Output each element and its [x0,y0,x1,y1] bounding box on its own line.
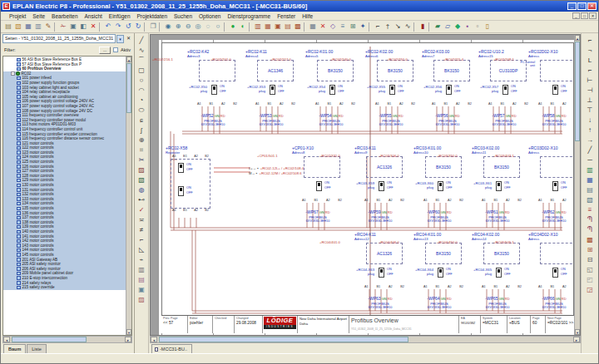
jump-right-icon[interactable]: → [585,135,596,145]
mdi-minimize-button[interactable]: _ [572,12,580,19]
corner-up-left-icon[interactable]: L [585,56,596,66]
cable-navigator-icon[interactable]: ▤ [283,22,293,32]
repeater-block[interactable]: +RC02-X58RepeaterA1B1A2B2ONOFFONOFFA1B1A… [166,146,215,212]
redo-list-icon[interactable]: ↻ [133,22,143,32]
terminal-navigator-icon[interactable]: ▩ [293,22,303,32]
jump-up-icon[interactable]: ↑ [585,125,596,135]
bus-termination-switch[interactable] [329,85,335,95]
bus-termination-switch[interactable] [316,181,322,191]
draw-line-icon[interactable]: ╱ [136,36,147,46]
image-icon[interactable]: ▨ [136,165,147,175]
filter-active-checkbox[interactable] [113,47,118,52]
trim-icon[interactable]: ≠ [136,225,147,235]
interruption-icon[interactable]: ▥ [585,165,596,175]
tab-liste[interactable]: Liste [27,344,47,353]
properties-icon[interactable]: ✎ [43,22,53,32]
black-box-icon[interactable]: ▩ [585,235,596,245]
sep-line-icon[interactable]: ─ [585,155,596,165]
parts-icon[interactable]: ▰ [433,22,443,32]
scroll-left-icon[interactable]: ◄ [151,337,157,342]
refresh-icon[interactable]: ● [228,22,238,32]
canvas-vertical-scrollbar[interactable]: ▲ ▼ [574,35,580,335]
prev-page-value[interactable]: << 57 [163,321,186,326]
snap-icon[interactable]: ◇ [328,22,338,32]
bus-termination-switch[interactable] [552,268,558,278]
insert-symbol-icon[interactable]: ✦ [358,22,368,32]
collapse-icon[interactable]: − [11,71,15,76]
symbol-icon[interactable]: ◍ [136,185,147,195]
pan-icon[interactable]: ○ [213,22,223,32]
bus-termination-switch[interactable] [379,181,384,191]
tree-vertical-scrollbar[interactable]: ▲ ▼ [126,57,131,335]
draw-polyline-icon[interactable]: ∿ [136,46,147,56]
new-page-icon[interactable]: ▤ [3,22,13,32]
hatch-icon[interactable]: ✂ [136,155,147,165]
shield-icon[interactable]: ▧ [585,195,596,205]
tee-left-icon[interactable]: ⊢ [585,76,596,86]
draw-curve-icon[interactable]: ɕ [136,116,147,125]
mdi-restore-button[interactable]: □ [581,12,588,19]
translate-icon[interactable]: ◆ [453,22,463,32]
scroll-right-icon[interactable]: ► [125,337,131,342]
scroll-up-icon[interactable]: ▲ [126,57,131,62]
dimension-icon[interactable]: ⌗ [136,145,147,155]
tree-item[interactable]: 215 safety override [3,285,126,290]
group-icon[interactable]: ▥ [136,265,147,275]
corner-down-left-icon[interactable]: ⌐ [585,36,596,46]
plc-box-icon[interactable]: ⊞ [585,245,596,255]
revision-icon[interactable]: ◲ [585,285,596,295]
macros-icon[interactable]: ▱ [443,22,453,32]
connect-icon[interactable]: ⌐ [373,22,383,32]
bus-termination-switch[interactable] [178,186,184,196]
hyperlink-icon[interactable]: ▧ [136,175,147,185]
junction-icon[interactable]: ✓ [136,205,147,215]
bus-termination-switch[interactable] [270,85,275,95]
device-block[interactable]: +RC03/403.1+RC03D02-X10AdressONOFFA1B1A2… [528,146,580,223]
scroll-down-icon[interactable]: ▼ [126,329,131,335]
device-navigator-icon[interactable]: ▥ [253,22,263,32]
window-icon[interactable]: ❐ [148,22,158,32]
wire-icon[interactable]: ∿ [403,22,413,32]
menu-item-optionen[interactable]: Optionen [196,13,224,19]
scroll-right-icon[interactable]: ► [573,337,580,342]
draw-rect-icon[interactable]: ▢ [136,66,147,76]
menu-item-projekt[interactable]: Projekt [6,13,29,19]
zoom-out-icon[interactable]: ⊖ [183,22,193,32]
tree-horizontal-scrollbar[interactable]: ◄ ► [2,336,132,343]
export-icon[interactable]: ▫ [473,22,483,32]
zoom-fit-icon[interactable]: ◎ [193,22,203,32]
chevron-down-icon[interactable]: ▾ [116,35,124,43]
move-graphic-icon[interactable]: ▣ [136,285,147,295]
bus-termination-switch[interactable] [552,85,558,95]
copy-icon[interactable]: ▣ [68,22,78,32]
help-find-icon[interactable]: ▯ [483,22,493,32]
bus-termination-switch[interactable] [211,85,217,95]
draw-sector-icon[interactable]: ◔ [136,96,147,106]
check-project-icon[interactable]: ▮ [418,22,428,32]
jump-down-icon[interactable]: ↓ [585,116,596,125]
menu-item-ansicht[interactable]: Ansicht [82,13,106,19]
chamfer-icon[interactable]: ◺ [136,245,147,255]
zoom-window-icon[interactable]: ◉ [163,22,173,32]
canvas-horizontal-scrollbar[interactable]: ◄ ► [150,336,581,343]
scroll-down-icon[interactable]: ▼ [575,329,580,335]
bus-termination-switch[interactable] [438,181,443,191]
bus-termination-switch[interactable] [438,268,443,278]
redo-icon[interactable]: ↷ [113,22,123,32]
tee-right-icon[interactable]: ⊣ [585,86,596,96]
project-selector[interactable]: Seiten - Y51_01302_2008_11_25_1255h_Doha… [2,34,116,43]
device-block[interactable]: +RC05/505.1+RC04D02-X10AdressONOFFA1B1A2… [528,233,580,309]
device-block[interactable]: +RC02/209.1+RC02D02-X10AdressONOFFA1B1A2… [528,50,580,126]
terminal-strip-icon[interactable]: Պ [585,215,596,225]
document-tab[interactable]: -MCC31-BU.. [151,344,192,353]
draw-spline-icon[interactable]: ʃ [136,125,147,135]
menu-item-suchen[interactable]: Suchen [171,13,196,19]
filter-browse-button[interactable]: ... [99,47,111,54]
layer-icon[interactable]: ⊞ [348,22,358,32]
close-project-icon[interactable]: ✕ [318,22,328,32]
panel-close-icon[interactable]: ✕ [125,35,132,43]
arrow-icon[interactable]: ↘ [393,22,403,32]
symbol-navigator-icon[interactable]: ▦ [263,22,273,32]
mdi-close-button[interactable]: ✕ [589,12,597,19]
menu-item-einfügen[interactable]: Einfügen [106,13,134,19]
